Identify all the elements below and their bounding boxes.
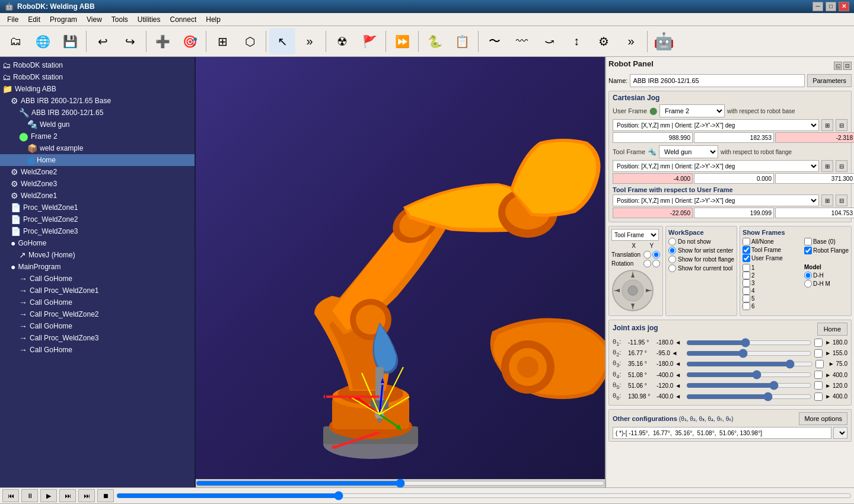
close-button[interactable]: ✕	[839, 2, 849, 11]
tree-item-robodk2[interactable]: 🗂 RoboDK station	[0, 71, 195, 83]
tree-item-call-gohome2[interactable]: → Call GoHome	[0, 296, 195, 308]
sf-all-none-option[interactable]: All/None	[743, 238, 799, 245]
joint-home-button[interactable]: Home	[817, 323, 847, 336]
tb-station-btn[interactable]: 🗂	[2, 28, 28, 55]
tree-item-call-gohome4[interactable]: → Call GoHome	[0, 344, 195, 356]
menu-help[interactable]: Help	[201, 14, 225, 25]
joint-check-2[interactable]	[814, 349, 823, 358]
maximize-button[interactable]: □	[826, 2, 836, 11]
tool-frame-copy2-btn[interactable]: ⊟	[836, 160, 847, 172]
config-dropdown[interactable]: ▼	[833, 427, 847, 439]
sf-frame-3-check[interactable]	[743, 279, 750, 287]
menu-file[interactable]: File	[2, 14, 23, 25]
uf-pos-y[interactable]	[694, 132, 774, 143]
user-frame-copy2-btn[interactable]: ⊟	[836, 119, 847, 131]
tree-item-weldzone1[interactable]: ⚙ WeldZone1	[0, 190, 195, 202]
menu-tools[interactable]: Tools	[107, 14, 133, 25]
tf-pos-z[interactable]	[775, 173, 854, 184]
tb-more2-btn[interactable]: »	[618, 28, 644, 55]
tree-item-frame2[interactable]: ⬤ Frame 2	[0, 130, 195, 142]
joint-check-1[interactable]	[814, 339, 823, 347]
tf-user-copy2-btn[interactable]: ⊟	[836, 194, 847, 206]
tree-item-weld-example[interactable]: 📦 weld example	[0, 142, 195, 154]
sf-base-check[interactable]	[804, 238, 812, 245]
tool-frame-copy-btn[interactable]: ⊞	[821, 160, 833, 172]
joint-check-3[interactable]	[815, 360, 824, 368]
tfu-pos-x[interactable]	[613, 208, 693, 218]
tf-pos-y[interactable]	[694, 173, 774, 184]
menu-edit[interactable]: Edit	[23, 14, 45, 25]
tb-target-btn[interactable]: 🎯	[177, 28, 203, 55]
nav-first-btn[interactable]: ⏮	[2, 489, 19, 502]
sf-frame-5-check[interactable]	[743, 295, 750, 302]
tree-item-weldzone3[interactable]: ⚙ WeldZone3	[0, 178, 195, 190]
ws-current-tool-option[interactable]: Show for current tool	[668, 264, 734, 272]
tb-fit-btn[interactable]: ⊞	[209, 28, 235, 55]
tb-add-btn[interactable]: ➕	[149, 28, 176, 55]
sf-robot-flange-check[interactable]	[804, 247, 812, 254]
nav-play-btn[interactable]: ▶	[40, 489, 57, 502]
tree-item-call-proc3[interactable]: → Call Proc_WeldZone3	[0, 332, 195, 344]
tree-item-home[interactable]: ◎ Home	[0, 154, 195, 166]
viewport[interactable]	[196, 57, 605, 487]
panel-float-btn[interactable]: ⊡	[843, 62, 852, 70]
tree-item-proc2[interactable]: 📄 Proc_WeldZone2	[0, 213, 195, 225]
menu-program[interactable]: Program	[45, 14, 82, 25]
sf-frame-5-option[interactable]: 5	[743, 295, 799, 302]
tree-item-call-proc2[interactable]: → Call Proc_WeldZone2	[0, 308, 195, 320]
sf-user-frame-check[interactable]	[743, 254, 750, 262]
tree-item-mainprog[interactable]: ● MainProgram	[0, 261, 195, 273]
tree-item-welding[interactable]: 📁 Welding ABB	[0, 83, 195, 95]
jog-rot-pos-radio[interactable]	[652, 260, 660, 267]
nav-pause-btn[interactable]: ⏸	[21, 489, 38, 502]
jog-trans-neg-radio[interactable]	[643, 251, 651, 259]
uf-pos-z[interactable]	[775, 132, 854, 143]
nav-stop-btn[interactable]: ⏹	[97, 489, 114, 502]
tb-world-btn[interactable]: 🌐	[30, 28, 56, 55]
jog-tool-frame-select[interactable]: Tool Frame	[611, 229, 659, 241]
tb-robot-btn[interactable]: 🤖	[651, 28, 677, 55]
menu-connect[interactable]: Connect	[165, 14, 202, 25]
sf-frame-1-check[interactable]	[743, 264, 750, 272]
joint-check-4[interactable]	[814, 371, 823, 379]
robot-name-input[interactable]	[630, 74, 805, 87]
ws-flange-option[interactable]: Show for robot flange	[668, 256, 734, 263]
parameters-button[interactable]: Parameters	[807, 74, 852, 87]
ws-wrist-radio[interactable]	[668, 247, 676, 254]
tb-path3-btn[interactable]: ⤻	[536, 28, 562, 55]
tree-item-call-gohome1[interactable]: → Call GoHome	[0, 273, 195, 285]
sf-frame-2-option[interactable]: 2	[743, 272, 799, 279]
tf-pos-x[interactable]	[613, 173, 693, 184]
menu-view[interactable]: View	[82, 14, 107, 25]
model-dh-option[interactable]: D-H	[804, 272, 849, 279]
sf-frame-3-option[interactable]: 3	[743, 279, 799, 287]
sf-user-frame-option[interactable]: User Frame	[743, 254, 799, 262]
model-dhm-option[interactable]: D-H M	[804, 280, 849, 288]
sf-frame-6-option[interactable]: 6	[743, 302, 799, 310]
tree-item-proc3[interactable]: 📄 Proc_WeldZone3	[0, 225, 195, 237]
tool-frame-pos-select[interactable]: Position: [X,Y,Z] mm | Orient: [Z->Y'->X…	[613, 160, 819, 172]
jog-trans-pos-radio[interactable]	[652, 251, 660, 259]
tree-item-weldgun[interactable]: 🔩 Weld gun	[0, 119, 195, 130]
joint-slider-5[interactable]	[686, 382, 812, 389]
jog-rot-neg-radio[interactable]	[643, 260, 651, 267]
sf-frame-6-check[interactable]	[743, 302, 750, 310]
tb-api-btn[interactable]: 📋	[449, 28, 475, 55]
tree-item-gohome[interactable]: ● GoHome	[0, 237, 195, 249]
ws-do-not-show-radio[interactable]	[668, 238, 676, 245]
user-frame-select[interactable]: Frame 2	[659, 104, 725, 117]
tree-item-base[interactable]: ⚙ ABB IRB 2600-12/1.65 Base	[0, 95, 195, 107]
tf-user-pos-select[interactable]: Position: [X,Y,Z] mm | Orient: [Z->Y'->X…	[613, 194, 819, 206]
tb-path-btn[interactable]: 〜	[482, 28, 508, 55]
tb-stop-btn[interactable]: ☢	[329, 28, 355, 55]
more-options-button[interactable]: More options	[799, 412, 847, 425]
joint-slider-4[interactable]	[686, 371, 812, 378]
sf-frame-4-option[interactable]: 4	[743, 287, 799, 295]
nav-scrollbar[interactable]	[116, 492, 852, 500]
joint-slider-2[interactable]	[686, 350, 812, 357]
sf-frame-2-check[interactable]	[743, 272, 750, 279]
tree-item-robodk1[interactable]: 🗂 RoboDK station	[0, 59, 195, 71]
user-frame-copy-btn[interactable]: ⊞	[821, 119, 833, 131]
joint-slider-6[interactable]	[686, 393, 812, 400]
tree-item-call-proc1[interactable]: → Call Proc_WeldZone1	[0, 285, 195, 296]
